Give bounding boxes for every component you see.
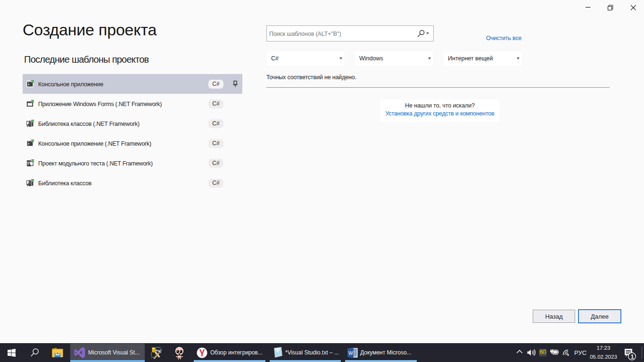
svg-text:1: 1 [631,354,634,360]
svg-text:W: W [348,350,353,356]
